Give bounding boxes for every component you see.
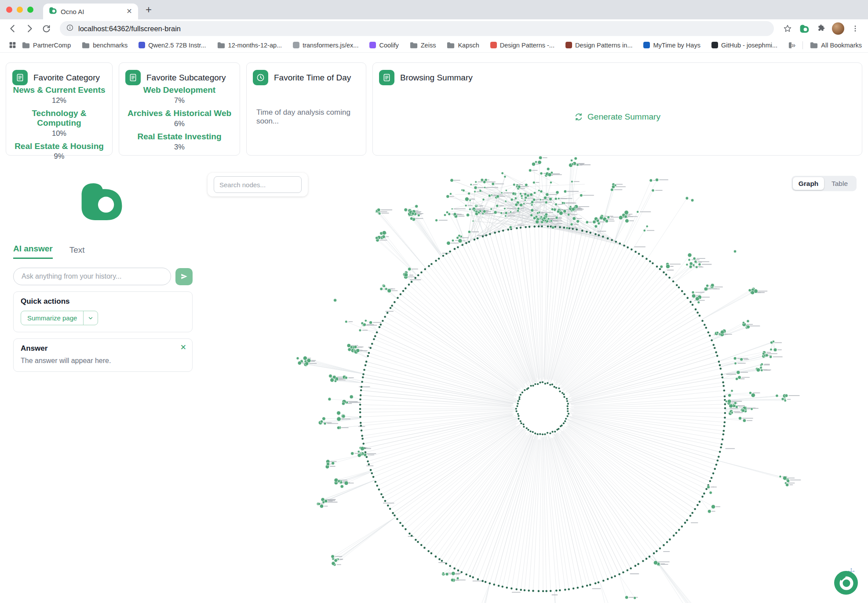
graph-node[interactable] — [465, 197, 469, 201]
apps-grid-icon[interactable] — [6, 39, 18, 51]
graph-node[interactable] — [485, 581, 487, 583]
graph-node[interactable] — [505, 189, 507, 191]
graph-node[interactable] — [719, 451, 721, 453]
graph-node[interactable] — [514, 197, 517, 200]
graph-node[interactable] — [563, 422, 565, 424]
graph-node[interactable] — [505, 200, 507, 203]
graph-node[interactable] — [556, 191, 559, 194]
graph-node[interactable] — [484, 186, 485, 188]
graph-node[interactable] — [490, 208, 492, 210]
graph-node[interactable] — [563, 210, 567, 213]
graph-node[interactable] — [468, 230, 470, 233]
graph-node[interactable] — [340, 481, 343, 483]
graph-node[interactable] — [438, 258, 440, 260]
graph-node[interactable] — [722, 377, 724, 379]
graph-node[interactable] — [715, 464, 718, 466]
graph-node[interactable] — [359, 408, 361, 410]
graph-node[interactable] — [691, 199, 694, 202]
graph-node[interactable] — [489, 233, 491, 235]
graph-node[interactable] — [500, 212, 503, 214]
graph-node[interactable] — [566, 398, 568, 400]
graph-node[interactable] — [761, 363, 763, 366]
graph-node[interactable] — [576, 229, 578, 231]
graph-node[interactable] — [622, 571, 624, 574]
graph-node[interactable] — [566, 227, 569, 229]
graph-node[interactable] — [695, 309, 697, 311]
graph-node[interactable] — [563, 396, 565, 398]
graph-node[interactable] — [567, 214, 570, 216]
graph-node[interactable] — [522, 392, 523, 393]
graph-node[interactable] — [394, 515, 396, 517]
graph-node[interactable] — [379, 212, 381, 215]
graph-node[interactable] — [445, 563, 447, 565]
graph-node[interactable] — [529, 169, 532, 172]
graph-node[interactable] — [697, 504, 699, 506]
graph-node[interactable] — [689, 262, 693, 265]
graph-node[interactable] — [363, 369, 365, 371]
graph-node[interactable] — [481, 580, 484, 582]
graph-node[interactable] — [563, 393, 565, 395]
graph-node[interactable] — [472, 576, 474, 578]
graph-node[interactable] — [483, 181, 486, 184]
graph-node[interactable] — [348, 348, 351, 351]
graph-node[interactable] — [458, 239, 462, 243]
graph-node[interactable] — [586, 221, 589, 224]
graph-node[interactable] — [576, 163, 579, 166]
graph-node[interactable] — [517, 207, 520, 210]
graph-node[interactable] — [332, 461, 335, 465]
graph-node[interactable] — [435, 260, 437, 262]
graph-node[interactable] — [354, 345, 357, 349]
graph-node[interactable] — [402, 525, 404, 527]
graph-node[interactable] — [672, 280, 675, 283]
graph-node[interactable] — [504, 175, 506, 178]
graph-node[interactable] — [519, 193, 522, 195]
graph-node[interactable] — [526, 427, 528, 429]
graph-node[interactable] — [652, 262, 654, 265]
graph-node[interactable] — [734, 402, 737, 404]
graph-node[interactable] — [699, 501, 701, 503]
bookmark-item[interactable]: Qwen2.5 72B Instr... — [139, 42, 206, 49]
graph-node[interactable] — [544, 219, 547, 222]
graph-node[interactable] — [605, 219, 609, 223]
graph-node[interactable] — [542, 590, 544, 592]
graph-node[interactable] — [589, 584, 591, 586]
graph-node[interactable] — [723, 425, 726, 427]
graph-node[interactable] — [379, 326, 381, 328]
graph-node[interactable] — [382, 231, 386, 235]
graph-node[interactable] — [554, 197, 557, 200]
graph-node[interactable] — [653, 561, 657, 565]
graph-node[interactable] — [337, 411, 341, 415]
graph-node[interactable] — [430, 552, 433, 555]
graph-node[interactable] — [598, 222, 600, 225]
graph-node[interactable] — [518, 185, 521, 188]
graph-node[interactable] — [350, 395, 353, 399]
graph-node[interactable] — [555, 203, 558, 206]
graph-node[interactable] — [531, 201, 534, 204]
graph-node[interactable] — [369, 347, 372, 349]
graph-node[interactable] — [547, 382, 548, 384]
graph-node[interactable] — [501, 586, 503, 588]
graph-node[interactable] — [722, 433, 725, 436]
graph-node[interactable] — [365, 320, 367, 322]
graph-node[interactable] — [456, 577, 459, 580]
graph-node[interactable] — [475, 205, 477, 207]
site-info-icon[interactable] — [66, 24, 74, 33]
graph-node[interactable] — [296, 357, 299, 360]
graph-node[interactable] — [394, 301, 396, 303]
graph-node[interactable] — [728, 394, 731, 397]
graph-node[interactable] — [567, 403, 569, 405]
bookmark-item[interactable]: Kapsch — [447, 42, 479, 49]
graph-node[interactable] — [686, 264, 688, 266]
all-bookmarks-button[interactable]: All Bookmarks — [810, 42, 862, 49]
graph-node[interactable] — [737, 371, 740, 374]
graph-node[interactable] — [704, 324, 706, 326]
graph-node[interactable] — [720, 367, 722, 370]
graph-node[interactable] — [568, 413, 569, 414]
graph-node[interactable] — [607, 216, 610, 218]
graph-node[interactable] — [330, 378, 334, 382]
graph-node[interactable] — [469, 200, 471, 201]
graph-node[interactable] — [532, 385, 534, 387]
graph-node[interactable] — [447, 241, 451, 245]
graph-node[interactable] — [573, 588, 575, 590]
extensions-puzzle-icon[interactable] — [813, 21, 828, 36]
